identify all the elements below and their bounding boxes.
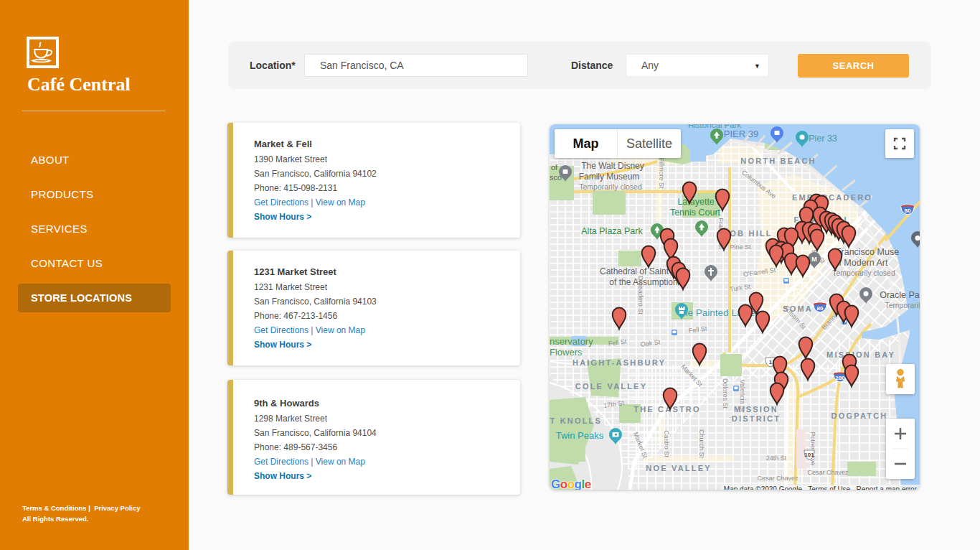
svg-text:80: 80 <box>905 208 911 214</box>
svg-text:NOE VALLEY: NOE VALLEY <box>646 464 711 472</box>
svg-text:Temporarily closed: Temporarily closed <box>579 182 642 191</box>
svg-text:M: M <box>811 256 817 263</box>
svg-text:DISTRICT: DISTRICT <box>732 414 781 423</box>
svg-text:NORTH BEACH: NORTH BEACH <box>740 157 816 165</box>
svg-text:COLE VALLEY: COLE VALLEY <box>575 382 647 391</box>
svg-text:Church St: Church St <box>698 429 705 459</box>
svg-text:of Modern Art: of Modern Art <box>834 258 888 268</box>
svg-text:Flowers: Flowers <box>550 347 583 358</box>
svg-text:Francisco Muse: Francisco Muse <box>836 247 899 257</box>
svg-text:EMBARCADERO: EMBARCADERO <box>792 193 872 202</box>
svg-text:Cesar Chavez: Cesar Chavez <box>757 475 798 482</box>
svg-text:THE CASTRO: THE CASTRO <box>633 405 701 414</box>
svg-text:Divisadero St: Divisadero St <box>637 276 644 314</box>
svg-text:Tennis Court: Tennis Court <box>670 208 721 218</box>
svg-text:Cesar Chavez: Cesar Chavez <box>807 469 849 476</box>
svg-text:Fillmore St: Fillmore St <box>658 157 665 189</box>
svg-text:1: 1 <box>769 359 773 365</box>
svg-text:nservatory: nservatory <box>550 336 593 347</box>
svg-text:Valencia St: Valencia St <box>739 380 746 412</box>
svg-text:DOGPATCH: DOGPATCH <box>831 411 888 420</box>
svg-text:Oracle Pa: Oracle Pa <box>880 290 920 300</box>
svg-text:Alta Plaza Park: Alta Plaza Park <box>581 226 643 236</box>
svg-text:The Walt Disney: The Walt Disney <box>581 161 644 171</box>
svg-text:Castro St: Castro St <box>663 430 670 457</box>
svg-text:24th St: 24th St <box>766 455 787 462</box>
svg-text:PIER 39: PIER 39 <box>724 129 758 139</box>
svg-text:101: 101 <box>804 452 814 458</box>
svg-text:Pine St: Pine St <box>730 243 751 251</box>
svg-text:Temporarily closed: Temporarily closed <box>832 269 895 277</box>
svg-text:80: 80 <box>817 305 824 312</box>
svg-text:HAIGHT-ASHBURY: HAIGHT-ASHBURY <box>573 358 666 367</box>
svg-text:ST KNOLLS: ST KNOLLS <box>550 416 602 425</box>
svg-text:Temporaril: Temporaril <box>885 301 920 309</box>
svg-text:Potrero Ave: Potrero Ave <box>809 432 816 466</box>
svg-text:Pier 33: Pier 33 <box>809 134 837 144</box>
svg-text:280: 280 <box>835 375 845 381</box>
svg-text:Family Museum: Family Museum <box>579 172 640 182</box>
svg-text:Dolores St: Dolores St <box>722 378 729 409</box>
svg-text:Twin Peaks: Twin Peaks <box>556 430 604 441</box>
svg-text:of: of <box>551 163 558 172</box>
svg-text:MISSION BAY: MISSION BAY <box>826 350 895 359</box>
